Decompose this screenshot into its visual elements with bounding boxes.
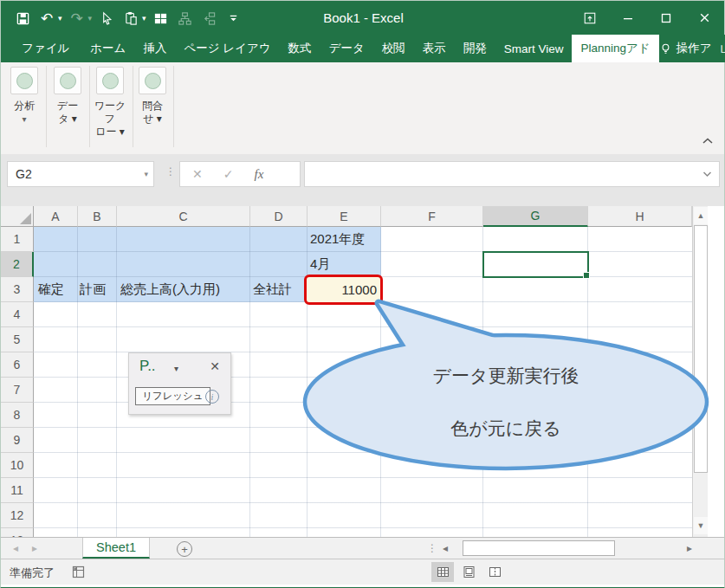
- column-header-f[interactable]: F: [381, 206, 483, 227]
- insert-function-icon[interactable]: fx: [254, 167, 263, 182]
- cursor-icon[interactable]: [97, 9, 116, 28]
- tab-developer[interactable]: 開発: [455, 35, 495, 62]
- cell-b3[interactable]: 計画: [80, 281, 106, 298]
- paste-icon[interactable]: [121, 9, 140, 28]
- column-header-d[interactable]: D: [250, 206, 307, 227]
- row-header-5[interactable]: 5: [1, 327, 34, 352]
- tab-planning-addin[interactable]: Planningアド: [572, 35, 658, 62]
- row-header-7[interactable]: 7: [1, 378, 34, 403]
- tab-view[interactable]: 表示: [414, 35, 455, 62]
- row-header-12[interactable]: 12: [1, 503, 34, 528]
- gridline: [77, 227, 78, 537]
- tab-insert[interactable]: 挿入: [134, 35, 175, 62]
- inquiry-icon: [139, 67, 166, 94]
- ribbon-button-inquiry[interactable]: 問合 せ ▾: [132, 67, 173, 126]
- cell-e3-value: 11000: [341, 282, 377, 297]
- ribbon-tab-row: ファイル ホーム 挿入 ページ レイアウ 数式 データ 校閲 表示 開発 Sma…: [1, 35, 725, 62]
- tab-file[interactable]: ファイル: [10, 35, 81, 62]
- horizontal-scrollbar-thumb[interactable]: [463, 540, 615, 556]
- name-box[interactable]: G2 ▾: [7, 161, 154, 187]
- maximize-icon[interactable]: [653, 7, 679, 29]
- active-cell-selection-g2[interactable]: [482, 251, 589, 278]
- close-icon[interactable]: [691, 7, 717, 29]
- row-header-11[interactable]: 11: [1, 478, 34, 503]
- formula-input[interactable]: [304, 161, 720, 187]
- paste-dropdown-icon[interactable]: ▾: [142, 14, 146, 23]
- name-box-dropdown-icon[interactable]: ▾: [144, 170, 153, 178]
- tab-smart-view[interactable]: Smart View: [495, 35, 573, 62]
- split-view-icon[interactable]: [152, 9, 171, 28]
- column-header-c[interactable]: C: [117, 206, 250, 227]
- cell-e1[interactable]: 2021年度: [310, 231, 365, 248]
- undo-dropdown-icon[interactable]: ▾: [58, 14, 62, 23]
- refresh-button[interactable]: リフレッシュ: [135, 387, 210, 405]
- cell-e3-input-highlight[interactable]: 11000: [304, 275, 383, 305]
- column-header-g[interactable]: G: [483, 206, 588, 227]
- row-header-3[interactable]: 3: [1, 277, 34, 302]
- undo-icon[interactable]: ↶: [37, 9, 56, 28]
- tab-page-layout[interactable]: ページ レイアウ: [175, 35, 279, 62]
- row-header-13[interactable]: 13: [1, 528, 34, 537]
- cell-a3[interactable]: 確定: [38, 281, 64, 298]
- tab-review[interactable]: 校閲: [373, 35, 414, 62]
- macro-record-icon[interactable]: [72, 565, 85, 582]
- cell-d3[interactable]: 全社計: [253, 281, 292, 298]
- row-header-1[interactable]: 1: [1, 227, 34, 252]
- row-header-9[interactable]: 9: [1, 428, 34, 453]
- scroll-down-icon[interactable]: ▼: [694, 517, 708, 534]
- minimize-icon[interactable]: [615, 7, 641, 29]
- ribbon-button-workflow[interactable]: ワークフ ロー ▾: [89, 67, 131, 139]
- row-header-10[interactable]: 10: [1, 453, 34, 478]
- ribbon-button-label: ロー ▾: [89, 126, 131, 139]
- column-header-b[interactable]: B: [78, 206, 117, 227]
- ribbon-button-data[interactable]: デー タ ▾: [47, 67, 88, 126]
- vertical-scrollbar[interactable]: ▲ ▼: [692, 206, 708, 537]
- column-header-h[interactable]: H: [588, 206, 692, 227]
- hscroll-left-icon[interactable]: ◂: [443, 538, 448, 559]
- new-sheet-button[interactable]: +: [177, 541, 192, 557]
- user-account[interactable]: 山﨑…: [717, 41, 725, 56]
- ribbon-display-options-icon[interactable]: [577, 7, 603, 29]
- hscroll-right-icon[interactable]: ▸: [687, 538, 692, 559]
- mini-toolbar-dropdown-icon[interactable]: ▾: [174, 364, 178, 373]
- sheet-prev-icon[interactable]: ◂: [13, 538, 18, 559]
- cancel-icon: ✕: [192, 167, 203, 181]
- normal-view-button[interactable]: [431, 562, 454, 582]
- ribbon-button-label: 分析: [3, 100, 45, 113]
- column-header-e[interactable]: E: [307, 206, 381, 227]
- row-header-6[interactable]: 6: [1, 352, 34, 378]
- qat-more-icon[interactable]: [224, 9, 243, 28]
- analysis-icon: [10, 67, 38, 94]
- vertical-scrollbar-thumb[interactable]: [694, 225, 708, 473]
- tab-formulas[interactable]: 数式: [280, 35, 320, 62]
- save-icon[interactable]: [13, 9, 32, 28]
- mini-toolbar-close-icon[interactable]: ✕: [210, 359, 220, 373]
- fill-handle[interactable]: [583, 272, 590, 279]
- column-header-a[interactable]: A: [34, 206, 78, 227]
- cell-e2[interactable]: 4月: [310, 256, 330, 273]
- page-break-preview-button[interactable]: [483, 562, 506, 582]
- gridline: [116, 227, 117, 537]
- tell-me-lightbulb-icon: [659, 42, 672, 55]
- tabbar-resize-dots[interactable]: ⋮: [427, 538, 437, 559]
- gridline: [307, 227, 307, 537]
- cell-c3[interactable]: 総売上高(入力用): [120, 281, 220, 298]
- tab-data[interactable]: データ: [320, 35, 373, 62]
- workflow-back-icon: [200, 9, 219, 28]
- row-header-2[interactable]: 2: [1, 252, 34, 277]
- sheet-next-icon[interactable]: ▸: [32, 538, 37, 559]
- info-icon[interactable]: i: [205, 390, 219, 404]
- sheet-tab-sheet1[interactable]: Sheet1: [82, 538, 150, 559]
- tab-home[interactable]: ホーム: [81, 35, 134, 62]
- tell-me-box[interactable]: 操作ア: [676, 41, 717, 56]
- row-header-4[interactable]: 4: [1, 302, 34, 327]
- collapse-ribbon-icon[interactable]: [702, 133, 714, 149]
- formula-bar-resize-dots[interactable]: ⋮: [165, 165, 176, 178]
- row-header-8[interactable]: 8: [1, 403, 34, 428]
- ribbon-button-label: せ ▾: [132, 113, 173, 126]
- ribbon-button-analysis[interactable]: 分析 ▾: [3, 67, 45, 126]
- expand-formula-bar-icon[interactable]: [702, 171, 719, 178]
- select-all-corner[interactable]: [1, 206, 34, 227]
- page-layout-view-button[interactable]: [457, 562, 480, 582]
- scroll-up-icon[interactable]: ▲: [694, 207, 708, 224]
